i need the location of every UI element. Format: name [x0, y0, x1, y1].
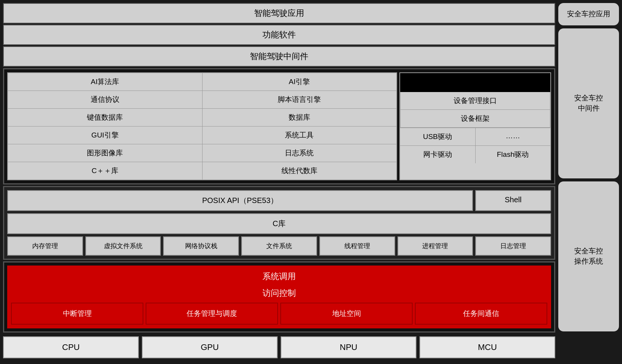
- main-container: 智能驾驶应用 功能软件 智能驾驶中间件 AI算法库 AI引擎 通信协议: [0, 0, 622, 364]
- table-row: 键值数据库 数据库: [8, 109, 396, 127]
- address-space-module: 地址空间: [280, 303, 413, 325]
- syscall-area: 系统调用 访问控制 中断管理 任务管理与调度 地址空间 任务间通信: [7, 266, 551, 328]
- device-framework: 设备框架: [400, 110, 550, 128]
- table-row: 通信协议 脚本语言引擎: [8, 91, 396, 109]
- lib-cell-log: 日志系统: [203, 144, 397, 162]
- middle-inner: AI算法库 AI引擎 通信协议 脚本语言引擎 键值数据库 数据库 GUI引擎 系…: [7, 72, 551, 180]
- library-table: AI算法库 AI引擎 通信协议 脚本语言引擎 键值数据库 数据库 GUI引擎 系…: [7, 72, 397, 180]
- lib-cell-sys-tools: 系统工具: [203, 127, 397, 144]
- memory-mgmt-module: 内存管理: [7, 236, 83, 256]
- filesystem-module: 文件系统: [241, 236, 317, 256]
- shell-box: Shell: [475, 190, 551, 211]
- lib-cell-comm-protocol: 通信协议: [8, 91, 203, 108]
- usb-driver: USB驱动: [400, 128, 476, 145]
- functional-software: 功能软件: [3, 25, 555, 45]
- access-control-text: 访问控制: [11, 286, 547, 300]
- lib-cell-linear-algebra: 线性代数库: [203, 162, 397, 180]
- safety-car-app-box: 安全车控应用: [558, 3, 619, 25]
- flash-driver: Flash驱动: [476, 146, 551, 163]
- lib-cell-graphics: 图形图像库: [8, 144, 203, 162]
- posix-row: POSIX API（PSE53） Shell: [7, 190, 551, 211]
- hardware-row: CPU GPU NPU MCU: [3, 334, 555, 361]
- interrupt-mgmt-module: 中断管理: [11, 303, 143, 325]
- intelligent-driving-middleware: 智能驾驶中间件: [3, 46, 555, 67]
- process-mgmt-module: 进程管理: [397, 236, 473, 256]
- gpu-box: GPU: [142, 336, 278, 358]
- lib-cell-ai-engine: AI引擎: [203, 73, 397, 91]
- nic-driver: 网卡驱动: [400, 146, 476, 163]
- table-row: C＋＋库 线性代数库: [8, 162, 396, 180]
- clib-box: C库: [7, 213, 551, 234]
- intelligent-driving-app: 智能驾驶应用: [3, 3, 555, 23]
- lib-cell-gui: GUI引擎: [8, 127, 203, 144]
- cpu-box: CPU: [3, 336, 139, 358]
- lib-cell-kv-db: 键值数据库: [8, 109, 203, 126]
- middle-section: AI算法库 AI引擎 通信协议 脚本语言引擎 键值数据库 数据库 GUI引擎 系…: [3, 68, 555, 184]
- os-modules-row: 内存管理 虚拟文件系统 网络协议栈 文件系统 线程管理 进程管理 日志管理: [7, 236, 551, 256]
- table-row: 网卡驱动 Flash驱动: [400, 145, 550, 163]
- lib-cell-db: 数据库: [203, 109, 397, 126]
- right-boxes-middle: 安全车控 中间件 安全车控 操作系统: [558, 28, 619, 331]
- npu-box: NPU: [281, 336, 416, 358]
- left-panel: 智能驾驶应用 功能软件 智能驾驶中间件 AI算法库 AI引擎 通信协议: [3, 3, 555, 361]
- device-drivers: USB驱动 …… 网卡驱动 Flash驱动: [400, 128, 550, 180]
- vfs-module: 虚拟文件系统: [85, 236, 161, 256]
- table-row: GUI引擎 系统工具: [8, 127, 396, 144]
- thread-mgmt-module: 线程管理: [319, 236, 395, 256]
- lib-cell-script-engine: 脚本语言引擎: [203, 91, 397, 108]
- right-spacer: [558, 334, 619, 361]
- ipc-module: 任务间通信: [415, 303, 547, 325]
- network-stack-module: 网络协议栈: [163, 236, 239, 256]
- lib-cell-ai-algo: AI算法库: [8, 73, 203, 91]
- safety-car-middleware-box: 安全车控 中间件: [558, 28, 619, 178]
- device-mgmt-interface: 设备管理接口: [400, 92, 550, 110]
- table-row: USB驱动 ……: [400, 128, 550, 145]
- device-top-black: [400, 73, 550, 92]
- more-drivers: ……: [476, 128, 551, 145]
- table-row: 图形图像库 日志系统: [8, 144, 396, 162]
- syscall-text: 系统调用: [11, 269, 547, 284]
- os-section: POSIX API（PSE53） Shell C库 内存管理 虚拟文件系统 网络…: [3, 186, 555, 260]
- posix-api-box: POSIX API（PSE53）: [7, 190, 473, 211]
- kernel-modules-row: 中断管理 任务管理与调度 地址空间 任务间通信: [11, 303, 547, 325]
- top-sections: 智能驾驶应用 功能软件 智能驾驶中间件: [3, 3, 555, 67]
- kernel-section: 系统调用 访问控制 中断管理 任务管理与调度 地址空间 任务间通信: [3, 261, 555, 333]
- log-mgmt-module: 日志管理: [475, 236, 551, 256]
- device-section: 设备管理接口 设备框架 USB驱动 …… 网卡驱动 Flash驱动: [399, 72, 551, 180]
- table-row: AI算法库 AI引擎: [8, 73, 396, 91]
- lib-cell-cpp: C＋＋库: [8, 162, 203, 180]
- safety-car-os-box: 安全车控 操作系统: [558, 181, 619, 331]
- right-panel: 安全车控应用 安全车控 中间件 安全车控 操作系统: [558, 3, 619, 361]
- mcu-box: MCU: [419, 336, 555, 358]
- task-scheduling-module: 任务管理与调度: [146, 303, 278, 325]
